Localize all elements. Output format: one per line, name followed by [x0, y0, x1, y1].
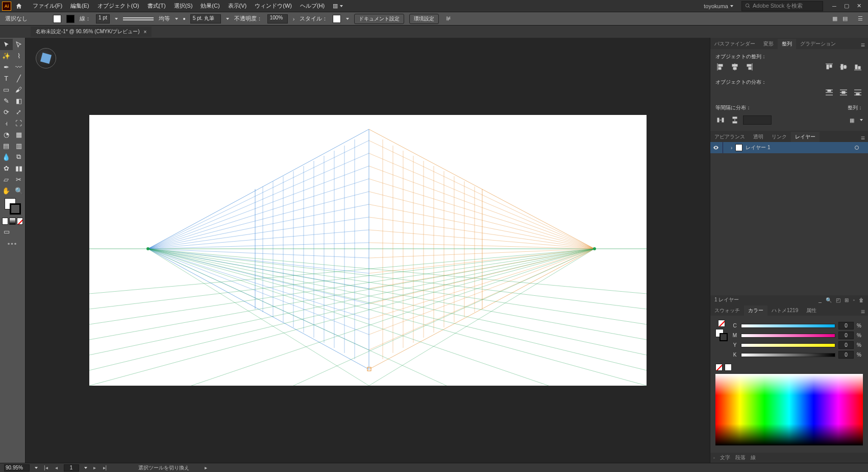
- arrange-icon-2[interactable]: ▤: [842, 15, 848, 22]
- shaper-tool[interactable]: ✎: [0, 95, 13, 106]
- direct-selection-tool[interactable]: [13, 39, 26, 50]
- locate-layer-icon[interactable]: ⎯: [819, 297, 822, 303]
- scale-tool[interactable]: ⤢: [13, 106, 26, 117]
- artboard[interactable]: [89, 115, 647, 386]
- mesh-tool[interactable]: ▤: [0, 140, 13, 151]
- blend-tool[interactable]: ⧉: [13, 151, 26, 162]
- layer-name[interactable]: レイヤー 1: [746, 144, 770, 151]
- menu-effect[interactable]: 効果(C): [196, 0, 224, 12]
- column-graph-tool[interactable]: ▮▮: [13, 162, 26, 174]
- zoom-tool[interactable]: 🔍: [13, 185, 26, 196]
- color-mode-none[interactable]: [17, 218, 23, 225]
- color-mode-gradient[interactable]: [9, 218, 15, 225]
- line-tool[interactable]: ╱: [13, 73, 26, 84]
- align-left[interactable]: [715, 62, 726, 72]
- menu-file[interactable]: ファイル(F): [29, 0, 66, 12]
- tab-layers[interactable]: レイヤー: [791, 132, 820, 142]
- tab-appearance[interactable]: アピアランス: [710, 132, 749, 142]
- document-setup-button[interactable]: ドキュメント設定: [354, 14, 404, 24]
- close-button[interactable]: ✕: [856, 3, 862, 9]
- stroke-color-swatch[interactable]: [10, 203, 21, 215]
- rotate-tool[interactable]: ⟳: [0, 106, 13, 117]
- curvature-tool[interactable]: 〰: [13, 61, 26, 73]
- selection-tool[interactable]: [0, 39, 13, 50]
- first-artboard[interactable]: |◂: [43, 465, 49, 470]
- user-menu[interactable]: toyokuma: [700, 3, 737, 9]
- m-value[interactable]: 0: [838, 332, 854, 339]
- c-slider[interactable]: [741, 324, 835, 328]
- distribute-vspace[interactable]: [730, 115, 740, 125]
- y-value[interactable]: 0: [838, 341, 854, 349]
- zoom-input[interactable]: 90.95%: [4, 464, 30, 471]
- tab-attributes[interactable]: 属性: [802, 305, 821, 316]
- visibility-toggle[interactable]: [712, 144, 720, 151]
- tab-stroke[interactable]: 線: [751, 454, 756, 461]
- free-transform-tool[interactable]: ⛶: [13, 117, 26, 129]
- canvas[interactable]: [26, 38, 710, 463]
- tab-character[interactable]: 文字: [720, 454, 730, 461]
- tab-align[interactable]: 整列: [778, 39, 796, 49]
- new-layer-icon[interactable]: ▫: [853, 297, 855, 303]
- layers-panel-menu[interactable]: ≡: [858, 134, 868, 142]
- prev-artboard[interactable]: ◂: [54, 465, 59, 470]
- menu-object[interactable]: オブジェクト(O): [93, 0, 143, 12]
- distribute-spacing-input[interactable]: [743, 115, 772, 125]
- minimize-button[interactable]: ─: [831, 3, 837, 9]
- layer-target-icon[interactable]: [855, 146, 859, 150]
- perspective-widget[interactable]: [36, 48, 56, 68]
- align-right[interactable]: [744, 62, 754, 72]
- pen-tool[interactable]: ✒: [0, 61, 13, 73]
- align-to-dropdown[interactable]: [860, 119, 863, 121]
- distribute-hspace[interactable]: [715, 115, 726, 125]
- k-slider[interactable]: [741, 353, 835, 357]
- color-mode-solid[interactable]: [2, 218, 8, 225]
- menu-help[interactable]: ヘルプ(H): [296, 0, 329, 12]
- opacity-arrow[interactable]: ›: [293, 16, 295, 22]
- align-top[interactable]: [824, 62, 834, 72]
- brush-input[interactable]: 5 pt. 丸筆: [190, 14, 221, 23]
- color-fill-stroke[interactable]: [715, 329, 728, 341]
- c-value[interactable]: 0: [838, 322, 854, 329]
- hand-tool[interactable]: ✋: [0, 185, 13, 196]
- delete-layer-icon[interactable]: 🗑: [859, 297, 864, 303]
- last-artboard[interactable]: ▸|: [102, 465, 108, 470]
- artboard-number[interactable]: 1: [64, 464, 79, 471]
- spectrum-white[interactable]: [725, 364, 732, 371]
- tab-transparency[interactable]: 透明: [749, 132, 767, 142]
- lasso-tool[interactable]: ⌇: [13, 50, 26, 61]
- layer-expand-icon[interactable]: ›: [731, 145, 732, 151]
- width-tool[interactable]: ⫞: [0, 117, 13, 129]
- screen-mode-tool[interactable]: ▭: [0, 226, 13, 237]
- color-panel-menu[interactable]: ≡: [858, 308, 868, 316]
- tab-links[interactable]: リンク: [767, 132, 791, 142]
- search-layer-icon[interactable]: 🔍: [826, 297, 832, 303]
- menu-select[interactable]: 選択(S): [170, 0, 197, 12]
- align-to-selection[interactable]: ▦: [847, 115, 857, 125]
- paintbrush-tool[interactable]: 🖌: [13, 84, 26, 95]
- menu-edit[interactable]: 編集(E): [66, 0, 93, 12]
- tab-paragraph[interactable]: 段落: [735, 454, 746, 461]
- k-value[interactable]: 0: [838, 351, 854, 359]
- status-expand[interactable]: ▸: [205, 465, 207, 470]
- stock-search[interactable]: Adobe Stock を検索: [741, 1, 823, 11]
- close-tab-icon[interactable]: ×: [144, 29, 147, 35]
- arrange-icon-3[interactable]: ☰: [858, 15, 863, 22]
- distribute-vcenter[interactable]: [838, 88, 849, 97]
- fill-stroke-swatches[interactable]: [5, 198, 21, 215]
- layout-menu-icon[interactable]: ▥: [329, 0, 347, 12]
- stroke-style-dropdown[interactable]: [175, 18, 178, 20]
- style-dropdown[interactable]: [346, 18, 349, 20]
- rectangle-tool[interactable]: ▭: [0, 84, 13, 95]
- symbol-sprayer-tool[interactable]: ✿: [0, 162, 13, 174]
- preferences-button[interactable]: 環境設定: [409, 14, 439, 24]
- style-swatch[interactable]: [333, 15, 341, 23]
- menu-type[interactable]: 書式(T): [143, 0, 170, 12]
- m-slider[interactable]: [741, 334, 835, 338]
- distribute-top[interactable]: [824, 88, 834, 97]
- stroke-weight-input[interactable]: 1 pt: [96, 14, 110, 23]
- tab-hatome[interactable]: ハトメ1219: [767, 305, 802, 316]
- new-sublayer-icon[interactable]: ⊞: [845, 297, 849, 303]
- maximize-button[interactable]: ▢: [844, 3, 850, 9]
- distribute-bottom[interactable]: [853, 88, 863, 97]
- stroke-profile[interactable]: [123, 17, 154, 20]
